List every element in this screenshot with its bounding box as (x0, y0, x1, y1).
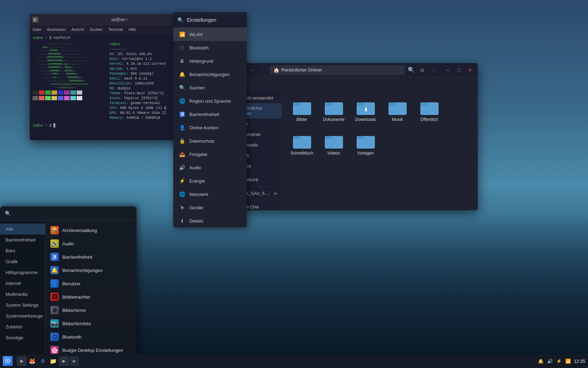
fm-minimize-btn[interactable]: − (443, 65, 453, 75)
folder-downloads[interactable]: ⬇ Downloads (352, 97, 379, 125)
settings-title: Einstellungen (187, 17, 216, 23)
menu-datei[interactable]: Datei (33, 27, 42, 32)
cat-multimedia[interactable]: Multimedia (0, 289, 45, 300)
tray-power-icon[interactable]: ⚡ (555, 357, 562, 364)
fm-forward-btn[interactable]: → (247, 65, 257, 75)
taskbar-extra-icon[interactable]: ▶ (69, 356, 79, 366)
fm-view-toggle-btn[interactable]: ⊞ (418, 65, 427, 75)
suchen-icon: 🔍 (179, 84, 185, 91)
settings-geraete-label: Geräte (189, 205, 203, 210)
fm-eject-icon[interactable]: ⏏ (273, 191, 277, 196)
cat-grafik[interactable]: Grafik (0, 256, 45, 267)
svg-point-18 (7, 360, 8, 362)
app-benachrichtigungen-icon: 🔔 (50, 266, 59, 274)
fm-close-btn[interactable]: ✕ (465, 65, 475, 75)
folder-oeffentlich-icon (420, 100, 439, 115)
cat-zubehoer[interactable]: Zubehör (0, 321, 45, 332)
svg-rect-5 (357, 102, 364, 105)
taskbar-firefox-icon[interactable]: 🦊 (27, 356, 37, 366)
settings-details[interactable]: ℹ Details (173, 214, 247, 227)
folder-videos[interactable]: Videos (321, 130, 347, 158)
svg-rect-3 (325, 102, 332, 105)
fm-menu-btn[interactable]: ⋮ (429, 65, 439, 75)
cat-sonstige[interactable]: Sonstige (0, 332, 45, 343)
app-archivverwaltung[interactable]: 📦 Archivverwaltung (46, 224, 136, 237)
app-audio[interactable]: 🔊 Audio (46, 237, 136, 250)
menu-ansicht[interactable]: Ansicht (71, 27, 84, 32)
cat-systemwerkzeuge[interactable]: Systemwerkzeuge (0, 311, 45, 321)
settings-bluetooth[interactable]: ⬡ Bluetooth (173, 41, 247, 54)
cat-buero[interactable]: Büro (0, 245, 45, 256)
app-bildschirmfoto-icon: 📷 (50, 319, 59, 328)
menu-bearbeiten[interactable]: Bearbeiten (47, 27, 66, 32)
settings-audio-label: Audio (189, 165, 201, 170)
launcher-search-input[interactable] (14, 211, 132, 216)
budgie-menu-btn[interactable] (3, 356, 13, 366)
menu-terminal[interactable]: Terminal (108, 27, 123, 32)
settings-region[interactable]: 🌐 Region und Sprache (173, 94, 247, 108)
folder-oeffentlich[interactable]: Öffentlich (416, 97, 442, 125)
folder-musik[interactable]: Musik (384, 97, 411, 125)
folder-vorlagen[interactable]: Vorlagen (352, 130, 379, 158)
settings-suchen[interactable]: 🔍 Suchen (173, 81, 247, 94)
settings-wlan[interactable]: 📶 WLAN (173, 28, 247, 41)
folder-dokumente[interactable]: Dokumente (321, 97, 347, 125)
app-budgie-desktop[interactable]: 🌸 Budgie Desktop Einstellungen (46, 343, 136, 354)
settings-region-label: Region und Sprache (189, 98, 231, 104)
app-bildbetrachter[interactable]: 🖼 Bildbetrachter (46, 290, 136, 304)
app-bildschirmfoto[interactable]: 📷 Bildschirmfoto (46, 317, 136, 330)
cat-internet[interactable]: Internet (0, 278, 45, 289)
folder-schreibtisch-name: Schreibtisch (290, 151, 313, 156)
app-audio-icon: 🔊 (50, 239, 59, 248)
folder-bilder[interactable]: Bilder (289, 97, 315, 125)
tray-network-icon[interactable]: 📶 (565, 357, 572, 364)
file-manager-window: ☰ ← → ↑ 🏠 Persönlicher Ordner 🔍 ⊞ ⋮ − □ … (222, 63, 478, 210)
app-bildschirme-name: Bildschirme (62, 308, 86, 313)
settings-barrierefreiheit[interactable]: ♿ Barrierefreiheit (173, 108, 247, 121)
terminal-icon: ▶ (33, 17, 38, 22)
settings-online-konten[interactable]: 👤 Online-Konten (173, 121, 247, 134)
cat-alle[interactable]: Alle (0, 224, 45, 234)
cat-hilfsprogramme[interactable]: Hilfsprogramme (0, 267, 45, 278)
app-barrierefreiheit-icon: ♿ (50, 253, 59, 261)
tray-notification-icon[interactable]: 🔔 (537, 357, 544, 364)
fm-maximize-btn[interactable]: □ (454, 65, 464, 75)
fm-search-btn[interactable]: 🔍 (406, 65, 416, 75)
settings-datenschutz[interactable]: 🔒 Datenschutz (173, 134, 247, 148)
app-benutzer-icon: 👤 (50, 279, 59, 288)
settings-geraete[interactable]: 🖱 Geräte (173, 201, 247, 214)
taskbar-files-icon[interactable]: 📁 (48, 356, 58, 366)
settings-benachrichtigungen-label: Benachrichtigungen (189, 72, 230, 77)
app-launcher: 🔍 Alle Barrierefreiheit Büro Grafik Hilf… (0, 206, 136, 354)
settings-audio[interactable]: 🔊 Audio (173, 161, 247, 174)
app-benutzer[interactable]: 👤 Benutzer (46, 277, 136, 290)
app-barrierefreiheit[interactable]: ♿ Barrierefreiheit (46, 250, 136, 264)
folder-downloads-icon: ⬇ (357, 100, 375, 115)
settings-bluetooth-label: Bluetooth (189, 45, 209, 50)
settings-benachrichtigungen[interactable]: 🔔 Benachrichtigungen (173, 68, 247, 81)
settings-energie-label: Energie (189, 178, 205, 184)
cat-system-settings[interactable]: System Settings (0, 300, 45, 311)
settings-netzwerk[interactable]: 🌐 Netzwerk (173, 188, 247, 201)
taskbar-terminal-icon[interactable]: ▶ (17, 356, 27, 366)
folder-schreibtisch[interactable]: Schreibtisch (289, 130, 315, 158)
fm-location-bar[interactable]: 🏠 Persönlicher Ordner (270, 65, 405, 75)
app-bluetooth[interactable]: ⬡ Bluetooth (46, 330, 136, 343)
taskbar-terminal2-icon[interactable]: ▶ (59, 356, 69, 366)
folder-dokumente-icon (325, 100, 343, 115)
folder-dokumente-name: Dokumente (323, 117, 344, 122)
menu-suchen[interactable]: Suchen (90, 27, 103, 32)
taskbar-budgie-settings-icon[interactable]: ⚙ (38, 356, 48, 366)
settings-freigabe[interactable]: 📤 Freigabe (173, 148, 247, 161)
tray-volume-icon[interactable]: 🔊 (546, 357, 553, 364)
cat-barrierefreiheit[interactable]: Barrierefreiheit (0, 234, 45, 245)
settings-suchen-label: Suchen (189, 85, 205, 90)
menu-hilfe[interactable]: Hilfe (128, 27, 136, 32)
app-benachrichtigungen[interactable]: 🔔 Benachrichtigungen (46, 264, 136, 277)
fm-up-btn[interactable]: ↑ (257, 65, 267, 75)
app-archivverwaltung-name: Archivverwaltung (62, 228, 97, 233)
app-bildschirme[interactable]: 🖥 Bildschirme (46, 304, 136, 317)
taskbar-tray-icons: 🔔 🔊 ⚡ 📶 (537, 357, 572, 364)
settings-energie[interactable]: ⚡ Energie (173, 174, 247, 188)
settings-hintergrund[interactable]: 🖥 Hintergrund (173, 54, 247, 68)
